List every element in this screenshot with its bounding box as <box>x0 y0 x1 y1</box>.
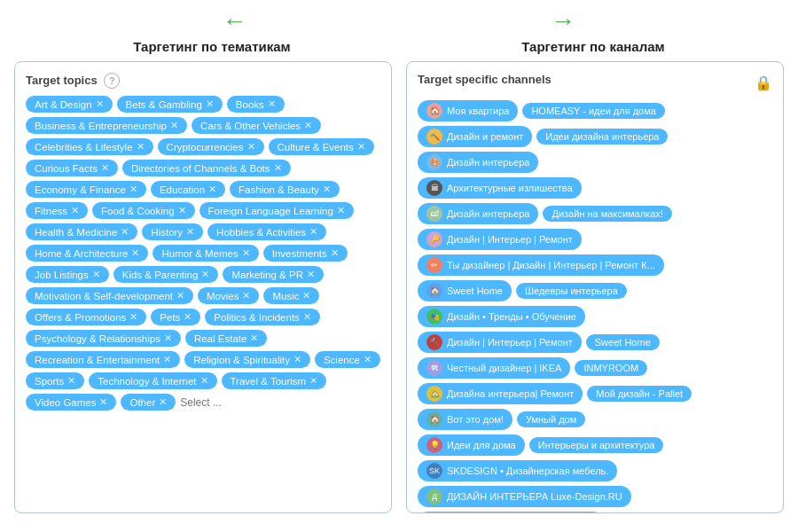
topic-tag[interactable]: Art & Design✕ <box>26 96 113 113</box>
topic-tag[interactable]: Kids & Parenting✕ <box>113 266 219 283</box>
channel-tag[interactable]: 🏡Дизайна интерьера| Ремонт <box>418 383 583 404</box>
topic-tag[interactable]: Home & Architecture✕ <box>26 245 148 262</box>
channel-tag[interactable]: ДДИЗАЙН ИНТЕРЬЕРА Luxe-Design.RU <box>418 486 631 507</box>
tag-remove-icon[interactable]: ✕ <box>159 396 167 408</box>
tag-remove-icon[interactable]: ✕ <box>178 205 186 216</box>
tag-remove-icon[interactable]: ✕ <box>92 269 100 280</box>
topic-tag[interactable]: Politics & Incidents✕ <box>205 309 320 325</box>
tag-remove-icon[interactable]: ✕ <box>309 226 317 238</box>
channel-tag[interactable]: Sweet Home <box>586 334 660 350</box>
topic-tag[interactable]: Hobbies & Activities✕ <box>207 223 326 240</box>
tag-remove-icon[interactable]: ✕ <box>303 311 311 323</box>
tag-remove-icon[interactable]: ✕ <box>201 269 209 280</box>
channel-tag[interactable]: 🛠Честный дизайнер | IKEA <box>418 357 570 379</box>
channel-tag[interactable]: 🏠Моя квартира <box>418 100 518 121</box>
tag-remove-icon[interactable]: ✕ <box>163 354 171 365</box>
tag-remove-icon[interactable]: ✕ <box>129 311 137 323</box>
tag-remove-icon[interactable]: ✕ <box>364 354 372 365</box>
tag-remove-icon[interactable]: ✕ <box>309 375 317 387</box>
tag-remove-icon[interactable]: ✕ <box>184 311 192 323</box>
tag-remove-icon[interactable]: ✕ <box>137 141 145 153</box>
topic-tag[interactable]: Recreation & Entertainment✕ <box>26 351 180 368</box>
topic-tag[interactable]: Offers & Promotions✕ <box>26 309 146 325</box>
tag-remove-icon[interactable]: ✕ <box>293 354 301 365</box>
topic-tag[interactable]: Religion & Spirituality✕ <box>184 351 310 368</box>
topic-tag[interactable]: Motivation & Self-development✕ <box>26 287 193 304</box>
channel-tag[interactable]: Шедевры интерьера <box>516 283 627 299</box>
channel-tag[interactable]: Умный дом <box>517 411 585 427</box>
tag-remove-icon[interactable]: ✕ <box>129 184 137 195</box>
help-icon[interactable]: ? <box>104 73 120 89</box>
channel-tag[interactable]: 💡Идеи для дома <box>418 434 525 456</box>
channel-tag[interactable]: Дизайн на максималках! <box>543 206 671 222</box>
topic-tag[interactable]: Fitness✕ <box>26 202 88 219</box>
topic-tag[interactable]: Foreign Language Learning✕ <box>200 202 354 219</box>
topic-tag[interactable]: Directories of Channels & Bots✕ <box>122 160 291 176</box>
tag-remove-icon[interactable]: ✕ <box>247 141 255 153</box>
channel-tag[interactable]: 🎨Дизайн интерьера. Вдохновение <box>418 512 604 513</box>
tag-remove-icon[interactable]: ✕ <box>101 162 109 174</box>
channel-tag[interactable]: 🔨Дизайн | Интерьер | Ремонт <box>418 332 582 353</box>
tag-remove-icon[interactable]: ✕ <box>67 375 75 387</box>
topic-tag[interactable]: Cars & Other Vehicles✕ <box>192 117 321 134</box>
topic-tag[interactable]: Culture & Events✕ <box>269 138 374 155</box>
tag-remove-icon[interactable]: ✕ <box>176 290 184 301</box>
topic-tag[interactable]: History✕ <box>142 223 203 240</box>
topic-tag[interactable]: Business & Entrepreneurship✕ <box>26 117 187 134</box>
topic-tag[interactable]: Video Games✕ <box>26 394 116 411</box>
topic-tag[interactable]: Movies✕ <box>198 287 259 304</box>
topic-tag[interactable]: Pets✕ <box>151 309 200 325</box>
tag-remove-icon[interactable]: ✕ <box>250 332 258 344</box>
topic-tag[interactable]: Health & Medicine✕ <box>26 223 137 240</box>
topic-tag[interactable]: Music✕ <box>263 287 319 304</box>
topic-tag[interactable]: Celebrities & Lifestyle✕ <box>26 138 153 155</box>
channel-tag[interactable]: ✏Ты дизайнер | Дизайн | Интерьер | Ремон… <box>418 254 664 276</box>
topic-tag[interactable]: Real Estate✕ <box>185 330 267 347</box>
channel-tag[interactable]: 🏛Архитектурные излишества <box>418 177 582 199</box>
tag-remove-icon[interactable]: ✕ <box>186 226 194 238</box>
tag-remove-icon[interactable]: ✕ <box>99 396 107 408</box>
channel-tag[interactable]: Мой дизайн - Pallet <box>587 386 692 402</box>
topic-tag[interactable]: Job Listings✕ <box>26 266 109 283</box>
tag-remove-icon[interactable]: ✕ <box>200 375 208 387</box>
tag-remove-icon[interactable]: ✕ <box>206 98 214 110</box>
topic-tag[interactable]: Psychology & Relationships✕ <box>26 330 181 347</box>
topic-tag[interactable]: Cryptocurrencies✕ <box>158 138 264 155</box>
tag-input[interactable] <box>180 394 313 411</box>
topic-tag[interactable]: Humor & Memes✕ <box>153 245 258 262</box>
topic-tag[interactable]: Science✕ <box>315 351 380 368</box>
topic-tag[interactable]: Education✕ <box>151 181 225 198</box>
tag-remove-icon[interactable]: ✕ <box>357 141 365 153</box>
channel-tag[interactable]: Интерьеры и архитектура <box>529 437 664 453</box>
topic-tag[interactable]: Curious Facts✕ <box>26 160 118 176</box>
topic-tag[interactable]: Marketing & PR✕ <box>223 266 324 283</box>
topic-tag[interactable]: Books✕ <box>227 96 285 113</box>
tag-remove-icon[interactable]: ✕ <box>121 226 129 238</box>
tag-remove-icon[interactable]: ✕ <box>304 120 312 131</box>
channel-tag[interactable]: INMYROOM <box>575 360 647 376</box>
topic-tag[interactable]: Bets & Gambling✕ <box>117 96 223 113</box>
topic-tag[interactable]: Other✕ <box>121 394 176 411</box>
tag-remove-icon[interactable]: ✕ <box>170 120 178 131</box>
topic-tag[interactable]: Technology & Internet✕ <box>89 372 216 389</box>
topic-tag[interactable]: Sports✕ <box>26 372 84 389</box>
tag-remove-icon[interactable]: ✕ <box>302 290 310 301</box>
tag-remove-icon[interactable]: ✕ <box>131 247 139 259</box>
channel-tag[interactable]: 🎭Дизайн • Тренды • Обучение <box>418 306 585 327</box>
tag-remove-icon[interactable]: ✕ <box>208 184 216 195</box>
channel-tag[interactable]: 🔑Дизайн | Интерьер | Ремонт <box>418 229 582 250</box>
channel-tag[interactable]: 🎨Дизайн интерьера <box>418 152 538 173</box>
tag-remove-icon[interactable]: ✕ <box>242 247 250 259</box>
tag-remove-icon[interactable]: ✕ <box>331 247 339 259</box>
tag-remove-icon[interactable]: ✕ <box>164 332 172 344</box>
channel-tag[interactable]: HOMEASY - идеи для дома <box>522 103 665 119</box>
channel-tag[interactable]: 🛋Дизайн интерьера <box>418 203 538 224</box>
topic-tag[interactable]: Investments✕ <box>263 245 348 262</box>
channel-tag[interactable]: 🏠Вот это дом! <box>418 409 512 430</box>
tag-remove-icon[interactable]: ✕ <box>323 184 331 195</box>
topic-tag[interactable]: Economy & Finance✕ <box>26 181 146 198</box>
channel-tag[interactable]: 🔨Дизайн и ремонт <box>418 126 532 147</box>
tag-remove-icon[interactable]: ✕ <box>96 98 104 110</box>
topic-tag[interactable]: Fashion & Beauty✕ <box>230 181 340 198</box>
tag-remove-icon[interactable]: ✕ <box>274 162 282 174</box>
